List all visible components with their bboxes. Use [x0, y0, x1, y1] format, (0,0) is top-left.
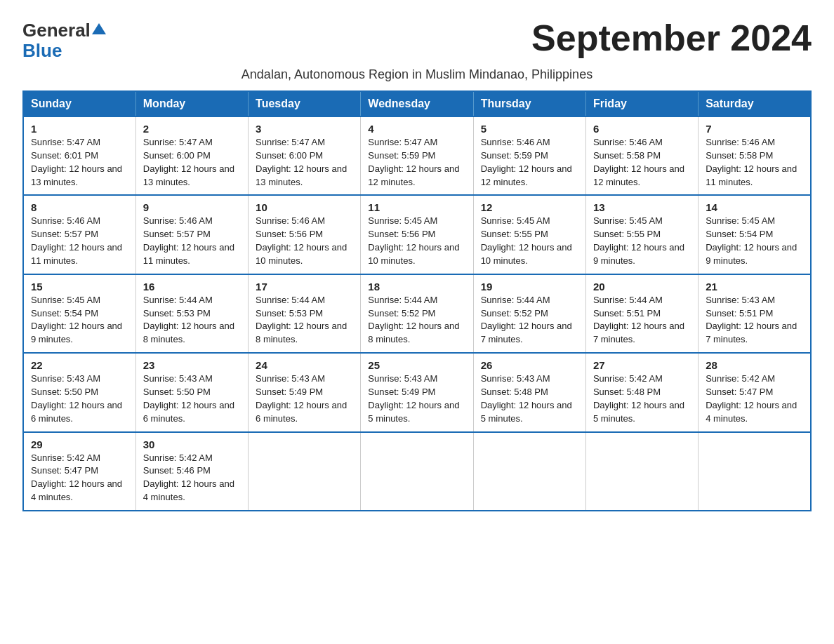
calendar-day-cell: 22 Sunrise: 5:43 AMSunset: 5:50 PMDaylig…: [23, 353, 135, 431]
day-number: 15: [31, 281, 128, 293]
day-number: 25: [368, 359, 465, 371]
day-number: 27: [593, 359, 691, 371]
calendar-week-row: 8 Sunrise: 5:46 AMSunset: 5:57 PMDayligh…: [23, 195, 811, 274]
day-info: Sunrise: 5:46 AMSunset: 5:57 PMDaylight:…: [143, 215, 241, 267]
day-number: 22: [31, 359, 128, 371]
day-info: Sunrise: 5:45 AMSunset: 5:55 PMDaylight:…: [481, 215, 578, 267]
day-info: Sunrise: 5:44 AMSunset: 5:52 PMDaylight:…: [481, 294, 578, 347]
calendar-day-cell: 2 Sunrise: 5:47 AMSunset: 6:00 PMDayligh…: [135, 116, 248, 195]
day-info: Sunrise: 5:43 AMSunset: 5:49 PMDaylight:…: [256, 373, 353, 425]
calendar-day-cell: 9 Sunrise: 5:46 AMSunset: 5:57 PMDayligh…: [135, 195, 248, 274]
calendar-day-cell: 7 Sunrise: 5:46 AMSunset: 5:58 PMDayligh…: [699, 116, 811, 195]
calendar-day-cell: 11 Sunrise: 5:45 AMSunset: 5:56 PMDaylig…: [361, 195, 473, 274]
day-number: 4: [368, 123, 465, 135]
day-number: 9: [143, 201, 241, 213]
day-number: 5: [481, 123, 578, 135]
calendar-day-cell: 29 Sunrise: 5:42 AMSunset: 5:47 PMDaylig…: [23, 432, 135, 511]
day-number: 24: [256, 359, 353, 371]
header: General Blue September 2024: [22, 17, 812, 62]
calendar-week-row: 1 Sunrise: 5:47 AMSunset: 6:01 PMDayligh…: [23, 116, 811, 195]
day-info: Sunrise: 5:47 AMSunset: 6:00 PMDaylight:…: [143, 136, 241, 189]
calendar-week-row: 15 Sunrise: 5:45 AMSunset: 5:54 PMDaylig…: [23, 274, 811, 353]
day-number: 10: [256, 201, 353, 213]
day-number: 19: [481, 281, 578, 293]
day-number: 16: [143, 281, 241, 293]
calendar-day-cell: 30 Sunrise: 5:42 AMSunset: 5:46 PMDaylig…: [135, 432, 248, 511]
day-info: Sunrise: 5:46 AMSunset: 5:57 PMDaylight:…: [31, 215, 128, 267]
day-info: Sunrise: 5:46 AMSunset: 5:58 PMDaylight:…: [706, 136, 803, 189]
calendar-day-cell: 25 Sunrise: 5:43 AMSunset: 5:49 PMDaylig…: [361, 353, 473, 431]
day-info: Sunrise: 5:43 AMSunset: 5:51 PMDaylight:…: [706, 294, 803, 347]
day-number: 28: [706, 359, 803, 371]
calendar-day-cell: 3 Sunrise: 5:47 AMSunset: 6:00 PMDayligh…: [249, 116, 361, 195]
page-title: September 2024: [531, 17, 812, 59]
day-number: 21: [706, 281, 803, 293]
day-number: 20: [593, 281, 691, 293]
logo: General Blue: [22, 20, 106, 62]
day-number: 13: [593, 201, 691, 213]
subtitle: Andalan, Autonomous Region in Muslim Min…: [22, 67, 812, 82]
calendar-day-cell: 27 Sunrise: 5:42 AMSunset: 5:48 PMDaylig…: [585, 353, 698, 431]
day-number: 18: [368, 281, 465, 293]
calendar-day-cell: 14 Sunrise: 5:45 AMSunset: 5:54 PMDaylig…: [699, 195, 811, 274]
day-info: Sunrise: 5:42 AMSunset: 5:47 PMDaylight:…: [31, 452, 128, 504]
day-number: 7: [706, 123, 803, 135]
day-number: 2: [143, 123, 241, 135]
calendar-day-cell: [473, 432, 585, 511]
calendar-body: 1 Sunrise: 5:47 AMSunset: 6:01 PMDayligh…: [23, 116, 811, 511]
logo-blue-text: Blue: [22, 40, 62, 62]
header-sunday: Sunday: [23, 91, 135, 116]
header-monday: Monday: [135, 91, 248, 116]
calendar-day-cell: 13 Sunrise: 5:45 AMSunset: 5:55 PMDaylig…: [585, 195, 698, 274]
header-friday: Friday: [585, 91, 698, 116]
day-info: Sunrise: 5:45 AMSunset: 5:54 PMDaylight:…: [706, 215, 803, 267]
calendar-day-cell: 6 Sunrise: 5:46 AMSunset: 5:58 PMDayligh…: [585, 116, 698, 195]
day-number: 23: [143, 359, 241, 371]
day-info: Sunrise: 5:45 AMSunset: 5:54 PMDaylight:…: [31, 294, 128, 347]
header-wednesday: Wednesday: [361, 91, 473, 116]
logo-general-text: General: [22, 20, 91, 41]
calendar-day-cell: [585, 432, 698, 511]
day-info: Sunrise: 5:43 AMSunset: 5:48 PMDaylight:…: [481, 373, 578, 425]
header-saturday: Saturday: [699, 91, 811, 116]
day-info: Sunrise: 5:46 AMSunset: 5:58 PMDaylight:…: [593, 136, 691, 189]
day-info: Sunrise: 5:43 AMSunset: 5:49 PMDaylight:…: [368, 373, 465, 425]
day-info: Sunrise: 5:44 AMSunset: 5:52 PMDaylight:…: [368, 294, 465, 347]
calendar-day-cell: 26 Sunrise: 5:43 AMSunset: 5:48 PMDaylig…: [473, 353, 585, 431]
day-number: 29: [31, 438, 128, 450]
day-info: Sunrise: 5:46 AMSunset: 5:56 PMDaylight:…: [256, 215, 353, 267]
calendar-day-cell: 23 Sunrise: 5:43 AMSunset: 5:50 PMDaylig…: [135, 353, 248, 431]
day-info: Sunrise: 5:47 AMSunset: 6:00 PMDaylight:…: [256, 136, 353, 189]
calendar-week-row: 29 Sunrise: 5:42 AMSunset: 5:47 PMDaylig…: [23, 432, 811, 511]
day-info: Sunrise: 5:42 AMSunset: 5:47 PMDaylight:…: [706, 373, 803, 425]
calendar-day-cell: [361, 432, 473, 511]
calendar-day-cell: 20 Sunrise: 5:44 AMSunset: 5:51 PMDaylig…: [585, 274, 698, 353]
calendar-day-cell: 17 Sunrise: 5:44 AMSunset: 5:53 PMDaylig…: [249, 274, 361, 353]
day-info: Sunrise: 5:44 AMSunset: 5:53 PMDaylight:…: [256, 294, 353, 347]
calendar-day-cell: 10 Sunrise: 5:46 AMSunset: 5:56 PMDaylig…: [249, 195, 361, 274]
header-thursday: Thursday: [473, 91, 585, 116]
weekday-header-row: Sunday Monday Tuesday Wednesday Thursday…: [23, 91, 811, 116]
calendar-day-cell: 5 Sunrise: 5:46 AMSunset: 5:59 PMDayligh…: [473, 116, 585, 195]
day-number: 12: [481, 201, 578, 213]
calendar-day-cell: 21 Sunrise: 5:43 AMSunset: 5:51 PMDaylig…: [699, 274, 811, 353]
day-number: 11: [368, 201, 465, 213]
day-info: Sunrise: 5:44 AMSunset: 5:53 PMDaylight:…: [143, 294, 241, 347]
day-number: 3: [256, 123, 353, 135]
day-number: 26: [481, 359, 578, 371]
calendar-day-cell: 12 Sunrise: 5:45 AMSunset: 5:55 PMDaylig…: [473, 195, 585, 274]
calendar-day-cell: 28 Sunrise: 5:42 AMSunset: 5:47 PMDaylig…: [699, 353, 811, 431]
calendar-day-cell: 16 Sunrise: 5:44 AMSunset: 5:53 PMDaylig…: [135, 274, 248, 353]
day-info: Sunrise: 5:47 AMSunset: 6:01 PMDaylight:…: [31, 136, 128, 189]
calendar-day-cell: [249, 432, 361, 511]
calendar-table: Sunday Monday Tuesday Wednesday Thursday…: [22, 90, 812, 511]
day-number: 30: [143, 438, 241, 450]
day-number: 14: [706, 201, 803, 213]
logo-triangle-icon: [92, 23, 106, 34]
calendar-day-cell: 15 Sunrise: 5:45 AMSunset: 5:54 PMDaylig…: [23, 274, 135, 353]
calendar-day-cell: [699, 432, 811, 511]
day-number: 1: [31, 123, 128, 135]
day-info: Sunrise: 5:42 AMSunset: 5:46 PMDaylight:…: [143, 452, 241, 504]
day-info: Sunrise: 5:44 AMSunset: 5:51 PMDaylight:…: [593, 294, 691, 347]
day-number: 6: [593, 123, 691, 135]
